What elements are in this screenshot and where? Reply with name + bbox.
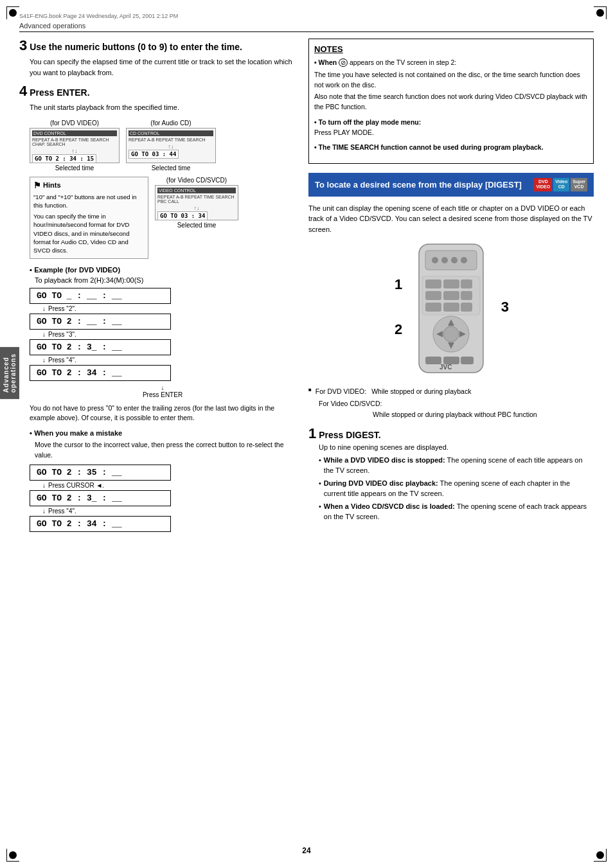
goto-box-2: GO TO 2 : __ : __ <box>30 314 171 330</box>
svg-text:JVC: JVC <box>440 364 452 371</box>
correction-box-1: GO TO 2 : 35 : __ <box>30 465 171 481</box>
cd-panel-screen: CD CONTROL REPEAT A-B REPEAT TIME SEARCH… <box>126 128 216 163</box>
when-mistake-title: When you make a mistake <box>34 429 122 437</box>
correction-sequence: GO TO 2 : 35 : __ ↓ Press CURSOR ◄. GO T… <box>30 465 296 533</box>
digest-bullet-3: • When a Video CD/SVCD disc is loaded: T… <box>319 501 594 522</box>
bullet-1-label: While a DVD VIDEO disc is stopped: <box>324 456 445 464</box>
correction-box-2: GO TO 2 : 3_ : __ <box>30 490 171 506</box>
vcr-panel: (for Video CD/SVCD) VIDEO CONTROL REPEAT… <box>155 177 238 259</box>
svg-rect-12 <box>461 291 472 300</box>
dvd-goto: GO TO 2 : 34 : 15 <box>32 154 96 163</box>
note-item-1: • When ⊘ appears on the TV screen in ste… <box>314 58 588 112</box>
notes-box: NOTES • When ⊘ appears on the TV screen … <box>308 39 594 164</box>
digest-bullet-2: • During DVD VIDEO disc playback: The op… <box>319 478 594 499</box>
digest-title: To locate a desired scene from the displ… <box>315 180 522 190</box>
vcr-ctrl-sub: REPEAT A-B REPEAT TIME SEARCH PBC CALL <box>157 195 236 204</box>
goto-arrow-1: ↓ Press "2". <box>42 305 296 312</box>
svg-rect-9 <box>461 279 472 288</box>
cd-caption: Selected time <box>152 164 191 172</box>
svg-point-3 <box>441 257 448 263</box>
note1-title-rest: appears on the TV screen in step 2: <box>350 58 456 66</box>
panels-row: (for DVD VIDEO) DVD CONTROL REPEAT A-B R… <box>30 120 296 172</box>
svg-rect-24 <box>461 357 474 364</box>
corr-down-1: ↓ <box>42 482 46 489</box>
press-enter-label: Press ENTER <box>143 391 182 398</box>
dvd-ctrl-bar: DVD CONTROL <box>32 130 117 136</box>
hints-list: "10" and "+10" buttons are not used in t… <box>33 193 145 255</box>
cd-panel-label: (for Audio CD) <box>150 120 191 127</box>
badge-dvd: DVDVIDEO <box>534 178 552 191</box>
press-label-2: Press "3". <box>48 331 76 338</box>
vcr-goto: GO TO 03 : 34 <box>157 211 208 220</box>
vcr-caption: Selected time <box>177 222 217 229</box>
remote-num-2: 2 <box>395 321 402 338</box>
note1-bullet: • When <box>314 58 339 66</box>
dvd-arrow: ↑↓ <box>32 148 117 154</box>
correction-box-3: GO TO 2 : 34 : __ <box>30 516 171 532</box>
example-bullet: • Example (for DVD VIDEO) <box>30 265 296 274</box>
down-arrow-4: ↓ <box>161 384 164 391</box>
step4-header: 4 Press ENTER. <box>19 84 296 98</box>
svg-point-4 <box>451 257 458 263</box>
vcr-arrow: ↑↓ <box>157 205 236 211</box>
remote-area: 1 2 3 <box>308 241 594 378</box>
bullet-dot-2: • <box>319 478 321 499</box>
note1-icon: ⊘ <box>339 58 348 67</box>
digest-bullets: • While a DVD VIDEO disc is stopped: The… <box>319 455 594 522</box>
corr-down-2: ↓ <box>42 508 46 515</box>
digest-step1-header: 1 Press DIGEST. <box>308 427 594 441</box>
down-arrow-2: ↓ <box>42 331 46 338</box>
corr-press-2: Press "4". <box>48 508 76 515</box>
left-column: 3 Use the numeric buttons (0 to 9) to en… <box>19 39 296 538</box>
correction-arrow-2: ↓ Press "4". <box>42 508 296 515</box>
step4-number: 4 <box>19 84 27 98</box>
svg-rect-7 <box>425 279 441 288</box>
svg-rect-11 <box>443 291 459 300</box>
note2-title: • To turn off the play mode menu: <box>314 118 421 126</box>
dvd-panel-screen: DVD CONTROL REPEAT A-B REPEAT TIME SEARC… <box>30 128 120 163</box>
svg-rect-8 <box>443 279 459 288</box>
note1-line2: Also note that the time search function … <box>314 92 588 112</box>
svg-rect-13 <box>425 303 441 312</box>
vcr-panel-screen: VIDEO CONTROL REPEAT A-B REPEAT TIME SEA… <box>155 185 238 220</box>
goto-box-3: GO TO 2 : 3_ : __ <box>30 339 171 355</box>
playback-vcr-value: While stopped or during playback without… <box>373 410 594 420</box>
bullet-dot-1: • <box>319 455 321 476</box>
bullet-dot-3: • <box>319 501 321 522</box>
step3-header: 3 Use the numeric buttons (0 to 9) to en… <box>19 39 296 53</box>
svg-point-5 <box>461 257 467 263</box>
dvd-panel: (for DVD VIDEO) DVD CONTROL REPEAT A-B R… <box>30 120 120 172</box>
step3-number: 3 <box>19 39 27 53</box>
remote-wrapper: 1 2 3 <box>413 241 490 378</box>
vcr-panel-label: (for Video CD/SVCD) <box>166 177 227 184</box>
note-item-3: • The TIME SEARCH function cannot be use… <box>314 143 588 153</box>
remote-num-3: 3 <box>501 299 509 315</box>
example-desc: To playback from 2(H):34(M):00(S) <box>35 276 296 284</box>
right-column: NOTES • When ⊘ appears on the TV screen … <box>308 39 594 538</box>
step4-desc: The unit starts playback from the specif… <box>30 102 296 113</box>
bullet-3-label: When a Video CD/SVCD disc is loaded: <box>324 502 455 510</box>
playback-dvd-value: While stopped or during playback <box>371 385 471 398</box>
playback-vcr-row: For Video CD/SVCD: <box>319 398 594 410</box>
cd-panel: (for Audio CD) CD CONTROL REPEAT A-B REP… <box>126 120 216 172</box>
hints-item-2: You can specify the time in hour/minute/… <box>33 212 145 254</box>
press-label-1: Press "2". <box>48 305 76 312</box>
digest-step1-desc: Up to nine opening scenes are displayed. <box>319 443 594 451</box>
cd-goto: GO TO 03 : 44 <box>129 150 179 159</box>
remote-num-1: 1 <box>395 276 402 293</box>
dvd-ctrl-sub: REPEAT A-B REPEAT TIME SEARCH CHAP. SEAR… <box>32 137 117 146</box>
digest-step1-text: Press DIGEST. <box>319 427 381 440</box>
goto-arrow-2: ↓ Press "3". <box>42 331 296 338</box>
bullet-1-content: While a DVD VIDEO disc is stopped: The o… <box>324 455 594 476</box>
playback-dvd-row: ■ For DVD VIDEO: While stopped or during… <box>308 385 594 398</box>
no-zero-note: You do not have to press "0" to enter th… <box>30 403 296 424</box>
cd-arrow: ↑↓ <box>129 143 213 150</box>
goto-sequence: GO TO _ : __ : __ ↓ Press "2". GO TO 2 :… <box>30 288 296 398</box>
digest-step1-number: 1 <box>308 427 316 441</box>
goto-box-1: GO TO _ : __ : __ <box>30 288 171 304</box>
svg-point-17 <box>443 326 459 342</box>
goto-box-4: GO TO 2 : 34 : __ <box>30 365 171 381</box>
remote-control-svg: JVC <box>413 241 490 376</box>
step4-text: Press ENTER. <box>30 84 89 98</box>
vcr-ctrl-bar: VIDEO CONTROL <box>157 188 236 193</box>
